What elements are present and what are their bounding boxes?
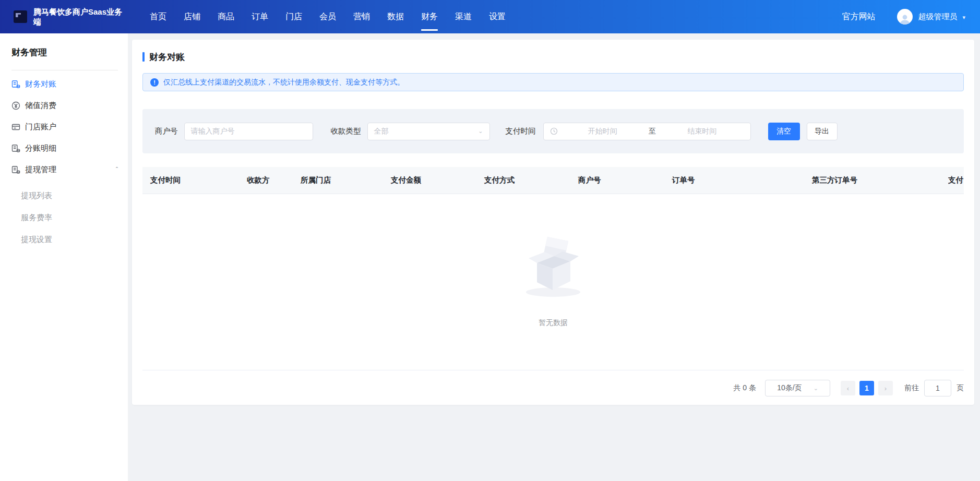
top-navbar: 腾马餐饮多商户Saas业务端 首页 店铺 商品 订单 门店 会员 营销 数据 财… (0, 0, 980, 33)
yen-circle-icon (11, 101, 20, 110)
page-size-value: 10条/页 (777, 383, 802, 393)
clear-button[interactable]: 清空 (768, 123, 800, 140)
goto-label: 前往 (904, 383, 919, 393)
topbar-right: 官方网站 超级管理员 ▾ (842, 9, 965, 25)
sidebar-subitem-withdraw-settings[interactable]: 提现设置 (21, 229, 70, 250)
payment-type-label: 收款类型 (331, 126, 361, 136)
app-title: 腾马餐饮多商户Saas业务端 (33, 7, 127, 27)
export-button[interactable]: 导出 (807, 123, 838, 140)
ledger-icon (11, 144, 20, 153)
sidebar-item-label: 提现管理 (25, 165, 56, 175)
content-card: 财务对账 ! 仅汇总线上支付渠道的交易流水，不统计使用余额支付、现金支付等方式。… (132, 40, 974, 405)
sidebar: 财务管理 财务对账 储值消费 (0, 33, 128, 481)
pay-time-range-picker[interactable]: 开始时间 至 结束时间 (543, 123, 751, 140)
sidebar-item-label: 储值消费 (25, 101, 56, 111)
sidebar-subitem-withdraw-list[interactable]: 提现列表 (21, 185, 70, 207)
nav-home[interactable]: 首页 (150, 0, 166, 33)
pagination: 共 0 条 10条/页 ⌄ ‹ 1 › 前往 1 页 (142, 370, 964, 405)
info-icon: ! (150, 78, 159, 87)
empty-text: 暂无数据 (539, 318, 568, 328)
nav-data[interactable]: 数据 (387, 0, 404, 33)
sidebar-item-label: 分账明细 (25, 143, 56, 153)
title-accent-bar (142, 52, 145, 62)
start-time-placeholder[interactable]: 开始时间 (561, 127, 645, 136)
sidebar-item-split-detail[interactable]: 分账明细 (11, 138, 128, 159)
nav-stores[interactable]: 门店 (285, 0, 302, 33)
sidebar-item-withdraw-management[interactable]: 提现管理 ˆ (11, 159, 128, 181)
main-area: 财务对账 ! 仅汇总线上支付渠道的交易流水，不统计使用余额支付、现金支付等方式。… (128, 33, 980, 481)
nav-settings[interactable]: 设置 (489, 0, 506, 33)
col-order-id: 订单号 (672, 175, 812, 185)
person-icon (899, 13, 911, 25)
brand: 腾马餐饮多商户Saas业务端 (14, 7, 144, 27)
col-truncated: 支付 (948, 175, 964, 185)
chevron-up-icon[interactable]: ˆ (116, 166, 118, 174)
nav-orders[interactable]: 订单 (252, 0, 268, 33)
payment-type-select[interactable]: 全部 ⌄ (367, 123, 490, 140)
sidebar-item-label: 财务对账 (25, 79, 56, 89)
empty-box-illustration (517, 221, 589, 299)
sidebar-item-label: 门店账户 (25, 122, 56, 132)
col-pay-time: 支付时间 (150, 175, 247, 185)
total-count: 共 0 条 (733, 383, 756, 393)
page-size-select[interactable]: 10条/页 ⌄ (765, 380, 830, 396)
nav-goods[interactable]: 商品 (218, 0, 234, 33)
range-separator: 至 (644, 127, 660, 136)
end-time-placeholder[interactable]: 结束时间 (660, 127, 744, 136)
table-header: 支付时间 收款方 所属门店 支付金额 支付方式 商户号 订单号 第三方订单号 支… (142, 167, 964, 194)
ledger-icon (11, 80, 20, 89)
page-unit-label: 页 (957, 383, 964, 393)
sidebar-menu: 财务对账 储值消费 门店账户 (11, 70, 128, 250)
col-merchant-id: 商户号 (578, 175, 672, 185)
sidebar-item-store-account[interactable]: 门店账户 (11, 116, 128, 138)
nav-members[interactable]: 会员 (319, 0, 336, 33)
ledger-icon (11, 165, 20, 174)
page-title-row: 财务对账 (142, 40, 964, 63)
sidebar-title: 财务管理 (11, 33, 128, 70)
goto-page-input[interactable]: 1 (924, 380, 951, 396)
merchant-id-placeholder: 请输入商户号 (191, 127, 235, 136)
nav-finance[interactable]: 财务 (421, 0, 438, 33)
next-page-button[interactable]: › (878, 381, 893, 395)
sidebar-item-stored-value[interactable]: 储值消费 (11, 95, 128, 116)
col-payee: 收款方 (247, 175, 301, 185)
col-third-party-order-id: 第三方订单号 (812, 175, 948, 185)
nav-marketing[interactable]: 营销 (353, 0, 370, 33)
withdraw-submenu: 提现列表 服务费率 提现设置 (11, 181, 105, 250)
prev-page-button[interactable]: ‹ (841, 381, 855, 395)
sidebar-item-reconciliation[interactable]: 财务对账 (11, 74, 128, 95)
current-page-button[interactable]: 1 (859, 381, 874, 395)
sidebar-subitem-service-rate[interactable]: 服务费率 (21, 207, 70, 229)
chevron-down-icon: ⌄ (478, 128, 483, 135)
info-banner: ! 仅汇总线上支付渠道的交易流水，不统计使用余额支付、现金支付等方式。 (142, 73, 964, 91)
merchant-id-label: 商户号 (155, 126, 178, 136)
col-pay-method: 支付方式 (484, 175, 578, 185)
user-menu[interactable]: 超级管理员 ▾ (897, 9, 965, 25)
payment-type-value: 全部 (374, 127, 389, 136)
main-nav: 首页 店铺 商品 订单 门店 会员 营销 数据 财务 渠道 设置 (150, 0, 506, 33)
app-logo (14, 10, 27, 23)
filter-panel: 商户号 请输入商户号 收款类型 全部 ⌄ 支付时间 开始时间 (142, 109, 964, 153)
nav-channels[interactable]: 渠道 (455, 0, 472, 33)
card-icon (11, 123, 20, 131)
page-title: 财务对账 (149, 51, 185, 63)
user-name: 超级管理员 (918, 12, 957, 22)
pay-time-label: 支付时间 (506, 126, 536, 136)
nav-shop[interactable]: 店铺 (184, 0, 200, 33)
info-banner-text: 仅汇总线上支付渠道的交易流水，不统计使用余额支付、现金支付等方式。 (163, 78, 404, 87)
official-site-link[interactable]: 官方网站 (842, 11, 875, 22)
chevron-down-icon: ▾ (962, 14, 965, 21)
user-avatar (897, 9, 913, 25)
col-amount: 支付金额 (391, 175, 484, 185)
clock-icon (550, 127, 558, 135)
col-store: 所属门店 (301, 175, 391, 185)
empty-state: 暂无数据 (142, 194, 964, 370)
chevron-down-icon: ⌄ (814, 385, 818, 392)
merchant-id-input[interactable]: 请输入商户号 (184, 123, 313, 140)
